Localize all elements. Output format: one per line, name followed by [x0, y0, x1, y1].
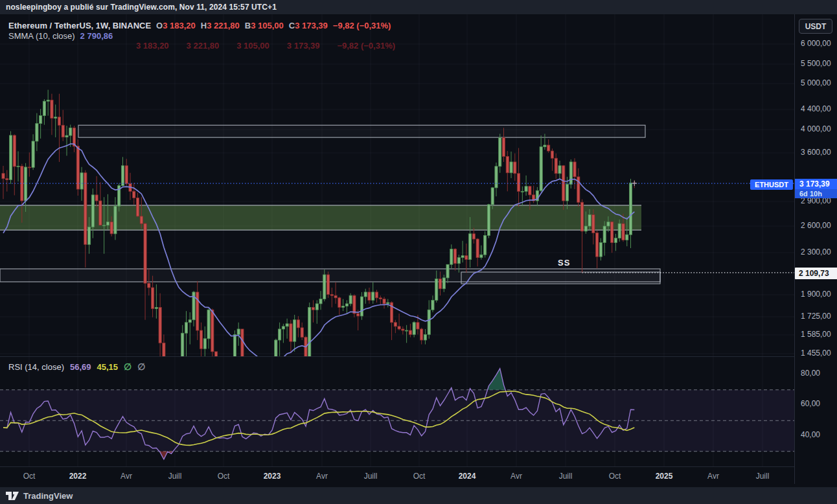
time-axis[interactable]: Oct2022AvrJuillOct2023AvrJuillOct2024Avr… [0, 466, 837, 484]
empty-set-icon: ∅ [124, 361, 132, 372]
time-axis-month-label: Juill [756, 472, 770, 481]
last-bar-marker [632, 181, 637, 186]
price-axis-label: 80,00 [801, 369, 820, 378]
tradingview-brand[interactable]: TradingView [23, 491, 73, 501]
ohlc-low: B3 105,00 [245, 21, 284, 30]
empty-set-icon: ∅ [137, 361, 145, 372]
level-box-inner [461, 272, 660, 284]
time-axis-year-label: 2025 [656, 472, 673, 481]
legend-row-symbol: Ethereum / TetherUS, 1W, BINANCE O3 183,… [8, 20, 391, 30]
price-axis-label: 40,00 [801, 430, 820, 439]
publish-bar: nosleepingboy a publié sur TradingView.c… [0, 0, 837, 14]
rsi-legend[interactable]: RSI (14, close) 56,69 45,15 ∅ ∅ [8, 361, 145, 372]
time-axis-month-label: Juill [364, 472, 378, 481]
ohlc-high: H3 221,80 [201, 21, 240, 30]
currency-toggle-button[interactable]: USDT [799, 19, 832, 34]
symbol-title: Ethereum / TetherUS, 1W, BINANCE [8, 21, 151, 30]
time-axis-month-label: Avr [120, 472, 132, 481]
tradingview-logo-icon[interactable] [5, 491, 19, 501]
price-axis-label: 4 000,00 [801, 124, 831, 133]
time-axis-month-label: Oct [23, 472, 36, 481]
price-axis-label: 1 725,00 [801, 312, 831, 321]
supply-zone [0, 205, 641, 230]
rsi-value: 56,69 [70, 362, 91, 372]
level-price-badge: 2 109,73 [795, 268, 837, 279]
rsi-grid [0, 357, 794, 467]
time-axis-year-label: 2024 [459, 472, 476, 481]
main-legend[interactable]: Ethereum / TetherUS, 1W, BINANCE O3 183,… [8, 20, 391, 41]
time-axis-month-label: Avr [510, 472, 522, 481]
time-axis-month-label: Oct [609, 472, 621, 481]
price-axis-label: 2 600,00 [801, 221, 831, 230]
tradingview-snapshot: nosleepingboy a publié sur TradingView.c… [0, 0, 837, 504]
price-axis-label: 2 300,00 [801, 247, 831, 257]
time-axis-month-label: Avr [707, 472, 719, 481]
ghost-low: 3 105,00 [236, 41, 269, 51]
ohlc-open: O3 183,20 [156, 21, 196, 30]
price-axis-label: 1 585,00 [801, 330, 831, 339]
change-value: −9,82 (−0,31%) [333, 21, 391, 30]
price-axis-label: 5 000,00 [801, 78, 831, 87]
bar-countdown: 6d 10h [795, 189, 837, 198]
rsi-ma-value: 45,15 [97, 362, 119, 372]
ghost-change: −9,82 (−0,31%) [337, 41, 395, 51]
price-axis-label: 6 000,00 [801, 39, 831, 48]
resistance-box [78, 125, 645, 137]
ghost-open: 3 183,20 [136, 41, 169, 51]
ss-annotation[interactable]: SS [558, 258, 570, 268]
price-axis-label: 3 600,00 [801, 148, 831, 157]
ghost-close: 3 173,39 [287, 41, 320, 51]
ghost-high: 3 221,80 [187, 41, 220, 51]
price-axis-label: 1 455,00 [801, 349, 831, 358]
ghost-ohlc-row: 3 183,20 3 221,80 3 105,00 3 173,39 −9,8… [136, 41, 395, 51]
time-axis-month-label: Oct [218, 472, 230, 481]
price-chart-canvas[interactable] [0, 14, 794, 356]
price-axis-label: 5 500,00 [801, 59, 831, 68]
ohlc-close: C3 173,39 [289, 21, 328, 30]
time-axis-year-label: 2023 [264, 472, 281, 481]
smma-indicator-value: 2 790,86 [80, 31, 113, 41]
time-axis-month-label: Oct [413, 472, 426, 481]
price-axis-label: 4 400,00 [801, 104, 831, 113]
current-price-badge: 3 173,39 6d 10h [795, 179, 837, 198]
time-axis-month-label: Juill [559, 472, 573, 481]
time-axis-month-label: Juill [168, 472, 182, 481]
rsi-indicator-label: RSI (14, close) [8, 362, 64, 372]
footer-bar: TradingView [0, 487, 837, 504]
publish-info-text: nosleepingboy a publié sur TradingView.c… [6, 3, 277, 12]
legend-row-smma: SMMA (10, close) 2 790,86 [8, 30, 391, 41]
time-axis-month-label: Avr [316, 472, 328, 481]
smma-indicator-label: SMMA (10, close) [8, 31, 75, 41]
rsi-pane[interactable]: RSI (14, close) 56,69 45,15 ∅ ∅ [0, 356, 794, 466]
current-price-value: 3 173,39 [795, 179, 837, 189]
time-axis-year-label: 2022 [69, 472, 87, 481]
price-axis-label: 60,00 [801, 399, 820, 408]
price-axis[interactable]: USDT 6 000,005 500,005 000,004 400,004 0… [794, 14, 837, 484]
price-axis-label: 1 900,00 [801, 290, 831, 299]
rsi-chart-canvas[interactable] [0, 357, 794, 467]
symbol-tag: ETHUSDT [750, 179, 793, 190]
